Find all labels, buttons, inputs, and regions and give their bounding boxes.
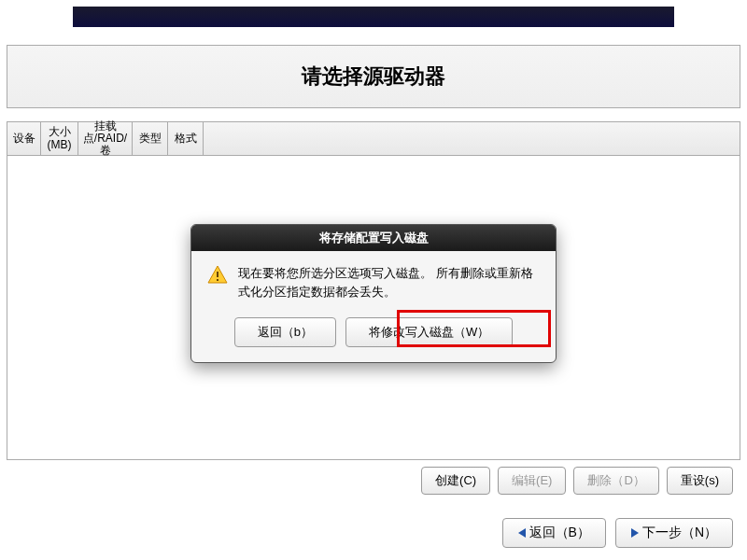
dialog-back-button[interactable]: 返回（b） — [234, 317, 336, 347]
dialog-message: 现在要将您所选分区选项写入磁盘。 所有删除或重新格式化分区指定数据都会丢失。 — [238, 264, 541, 301]
col-format[interactable]: 格式 — [168, 122, 204, 155]
reset-button[interactable]: 重设(s) — [667, 467, 733, 495]
create-button[interactable]: 创建(C) — [421, 467, 490, 495]
col-device[interactable]: 设备 — [7, 122, 41, 155]
nav-back-button[interactable]: 返回（B） — [502, 518, 606, 548]
col-mount[interactable]: 挂载点/RAID/卷 — [78, 122, 133, 155]
table-header-row: 设备 大小(MB) 挂载点/RAID/卷 类型 格式 — [7, 122, 740, 156]
page-title: 请选择源驱动器 — [302, 63, 445, 91]
warning-icon — [206, 264, 229, 287]
dialog-write-button[interactable]: 将修改写入磁盘（W） — [345, 317, 513, 347]
action-buttons: 创建(C) 编辑(E) 删除（D） 重设(s) — [7, 467, 740, 495]
col-size[interactable]: 大小(MB) — [41, 122, 78, 155]
arrow-left-icon — [518, 528, 526, 538]
confirm-dialog: 将存储配置写入磁盘 现在要将您所选分区选项写入磁盘。 所有删除或重新格式化分区指… — [190, 224, 557, 363]
edit-button: 编辑(E) — [498, 467, 566, 495]
nav-next-label: 下一步（N） — [642, 525, 717, 541]
page-header: 请选择源驱动器 — [7, 45, 740, 108]
nav-next-button[interactable]: 下一步（N） — [615, 518, 733, 548]
dialog-buttons: 返回（b） 将修改写入磁盘（W） — [191, 308, 556, 362]
arrow-right-icon — [631, 528, 639, 538]
svg-rect-1 — [217, 279, 218, 281]
col-type[interactable]: 类型 — [133, 122, 168, 155]
nav-buttons: 返回（B） 下一步（N） — [7, 518, 740, 548]
nav-back-label: 返回（B） — [529, 525, 590, 541]
dialog-body: 现在要将您所选分区选项写入磁盘。 所有删除或重新格式化分区指定数据都会丢失。 — [191, 251, 556, 308]
svg-rect-0 — [217, 272, 218, 277]
dialog-title: 将存储配置写入磁盘 — [191, 225, 556, 251]
delete-button: 删除（D） — [573, 467, 658, 495]
top-banner — [73, 7, 674, 27]
